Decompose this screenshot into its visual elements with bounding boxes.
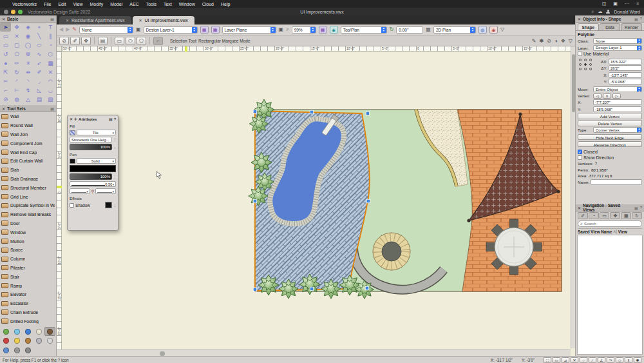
render-mode-dropdown[interactable]: 2D Plan: [433, 26, 476, 34]
menu-item[interactable]: Window: [179, 2, 195, 6]
drawing-canvas-area[interactable]: 50'-0"45'-0"40'-0"35'-0"30'-0"25'-0"20'-…: [57, 46, 575, 356]
move-dropdown[interactable]: Entire Object: [593, 86, 642, 92]
closed-checkbox[interactable]: ✓: [578, 150, 582, 154]
layer-plane-dropdown[interactable]: Layer Plane: [222, 26, 276, 34]
tool-set-item[interactable]: Space: [0, 246, 56, 255]
navigation-tab-icon[interactable]: ✥: [610, 212, 620, 219]
fit-objects-icon[interactable]: ▣: [279, 26, 284, 33]
tool-set-category-button[interactable]: [44, 337, 55, 346]
close-palette-icon[interactable]: ✕: [578, 206, 581, 210]
options-icon[interactable]: ⋮: [113, 146, 116, 148]
menubar-status-icon[interactable]: ≡: [636, 1, 639, 6]
basic-tool-button[interactable]: ◝: [23, 77, 33, 86]
rotate-plan-icon[interactable]: ↻: [390, 26, 394, 33]
basic-tool-button[interactable]: ▭: [0, 32, 11, 41]
basic-tool-button[interactable]: ✥: [11, 23, 22, 32]
snapping-toggle-icon[interactable]: ⁘: [580, 357, 587, 363]
basic-tool-button[interactable]: ✕: [45, 68, 56, 77]
column-view[interactable]: View: [616, 230, 642, 234]
use-material-checkbox[interactable]: [578, 52, 582, 56]
class-options-icon[interactable]: ▣: [136, 26, 141, 33]
coordinate-field[interactable]: -5'4.068": [609, 79, 642, 84]
menu-item[interactable]: AEC: [129, 2, 138, 6]
next-vertex-button[interactable]: ▷: [612, 93, 621, 99]
basic-tool-button[interactable]: ⌐: [0, 86, 11, 95]
reverse-direction-button[interactable]: Reverse Direction: [578, 141, 642, 148]
tab-ui-improvements[interactable]: ✕ UI Improvements.vwx: [133, 16, 194, 25]
basic-tool-button[interactable]: ⋓: [23, 50, 33, 59]
vertical-scrollbar[interactable]: [571, 46, 575, 348]
tool-set-item[interactable]: Elevator: [0, 290, 56, 299]
menu-item[interactable]: View: [73, 2, 82, 6]
coordinate-field[interactable]: 26'2": [609, 65, 642, 71]
palette-menu-icon[interactable]: ▤: [634, 17, 638, 21]
basic-tool-button[interactable]: T: [45, 23, 56, 32]
menu-item[interactable]: Help: [221, 2, 230, 6]
visibility-tool-icon[interactable]: ⊘: [547, 38, 551, 44]
tool-set-item[interactable]: Remove Wall Breaks: [0, 210, 56, 219]
snapping-toggle-icon[interactable]: ∷: [544, 357, 551, 363]
tool-set-item[interactable]: Wall: [0, 112, 56, 121]
palette-menu-icon[interactable]: ▤: [634, 206, 638, 210]
tool-set-item[interactable]: Ramp: [0, 281, 56, 290]
snap-loupe-icon[interactable]: ⌐: [153, 37, 163, 45]
snapping-toggle-icon[interactable]: ∠: [598, 357, 605, 363]
basic-tool-button[interactable]: ⇱: [0, 68, 11, 77]
end-marker-dropdown[interactable]: ▾: [95, 188, 116, 194]
fill-style-dropdown[interactable]: Tile▾: [77, 130, 116, 135]
navigation-tab-icon[interactable]: ▭: [600, 212, 610, 219]
basic-tool-button[interactable]: ◍: [11, 95, 22, 104]
drawing-sheet[interactable]: [62, 52, 571, 348]
grid-icon[interactable]: ▦: [426, 26, 431, 33]
tool-set-item[interactable]: Wall End Cap: [0, 148, 56, 157]
snapping-toggle-icon[interactable]: ∕: [589, 357, 596, 363]
saved-views-list[interactable]: [577, 235, 643, 355]
visibility-tool-icon[interactable]: ✎: [532, 38, 536, 44]
tool-set-item[interactable]: Structural Member: [0, 183, 56, 192]
basic-tool-button[interactable]: ◜: [11, 77, 22, 86]
saved-views-search[interactable]: ⌕: [578, 221, 642, 227]
basic-tool-button[interactable]: ↻: [11, 68, 22, 77]
basic-tool-button[interactable]: ◈: [23, 23, 33, 32]
basic-tool-button[interactable]: ➤: [0, 23, 11, 32]
active-layer-dropdown[interactable]: Design Layer-1: [144, 26, 198, 34]
visibility-tool-icon[interactable]: ✱: [539, 38, 544, 44]
basic-tool-button[interactable]: ◡: [45, 86, 56, 95]
tool-set-category-button[interactable]: [23, 327, 33, 336]
interactive-scaling-mode-icon[interactable]: ⊘: [59, 37, 69, 45]
basic-tool-button[interactable]: ▭: [0, 41, 11, 50]
snapping-toggle-icon[interactable]: ⊿: [562, 357, 569, 363]
basic-tool-button[interactable]: ◯: [23, 41, 33, 50]
basic-tool-button[interactable]: ✏: [11, 59, 22, 68]
horizontal-scrollbar[interactable]: [57, 349, 571, 356]
interactive-scaling-mode-icon[interactable]: ✥: [81, 37, 91, 45]
marquee-mode-icon[interactable]: ⬠: [137, 37, 146, 45]
options-icon[interactable]: ⋮: [113, 139, 116, 141]
snapping-toggle-icon[interactable]: ✕: [571, 357, 578, 363]
basic-tool-button[interactable]: ▤: [33, 95, 44, 104]
view-pane-icon[interactable]: ▦: [319, 26, 327, 34]
menu-item[interactable]: Model: [110, 2, 122, 6]
close-palette-icon[interactable]: ✕: [578, 17, 581, 21]
palette-menu-icon[interactable]: ▤: [109, 117, 113, 121]
help-icon[interactable]: ?: [114, 117, 116, 121]
tool-set-item[interactable]: Round Wall: [0, 121, 56, 130]
tool-set-item[interactable]: Edit Curtain Wall: [0, 157, 56, 166]
tab-residential-apartment[interactable]: ✕ Residential Apartment.vwx: [59, 16, 131, 25]
saved-view-icon[interactable]: ✎: [72, 26, 77, 33]
layer-options-icon[interactable]: ▦: [200, 26, 209, 34]
shadow-color-swatch[interactable]: [105, 202, 112, 208]
zoom-tools-icon[interactable]: ⌕: [286, 26, 289, 33]
menubar-status-icon[interactable]: ⋯: [625, 1, 629, 6]
fill-opacity-slider[interactable]: 100%: [70, 144, 112, 150]
visibility-tool-icon[interactable]: ◑: [554, 38, 558, 44]
search-icon[interactable]: ⌕: [591, 9, 594, 14]
name-field[interactable]: [591, 179, 642, 185]
palette-menu-icon[interactable]: ▤: [50, 106, 54, 111]
tool-set-item[interactable]: Escalator: [0, 299, 56, 308]
start-marker-dropdown[interactable]: ▾: [70, 188, 90, 194]
basic-tool-button[interactable]: ∿: [33, 50, 44, 59]
hide-next-edge-button[interactable]: Hide Next Edge: [578, 134, 642, 141]
fill-resource-dropdown[interactable]: Stonework One Heig...: [70, 137, 112, 142]
close-palette-icon[interactable]: ✕: [2, 17, 5, 21]
